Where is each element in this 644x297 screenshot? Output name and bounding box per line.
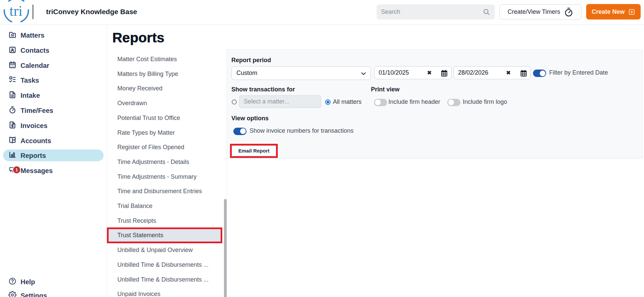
svg-text:tri: tri bbox=[9, 3, 23, 19]
svg-text:M: M bbox=[11, 33, 14, 37]
